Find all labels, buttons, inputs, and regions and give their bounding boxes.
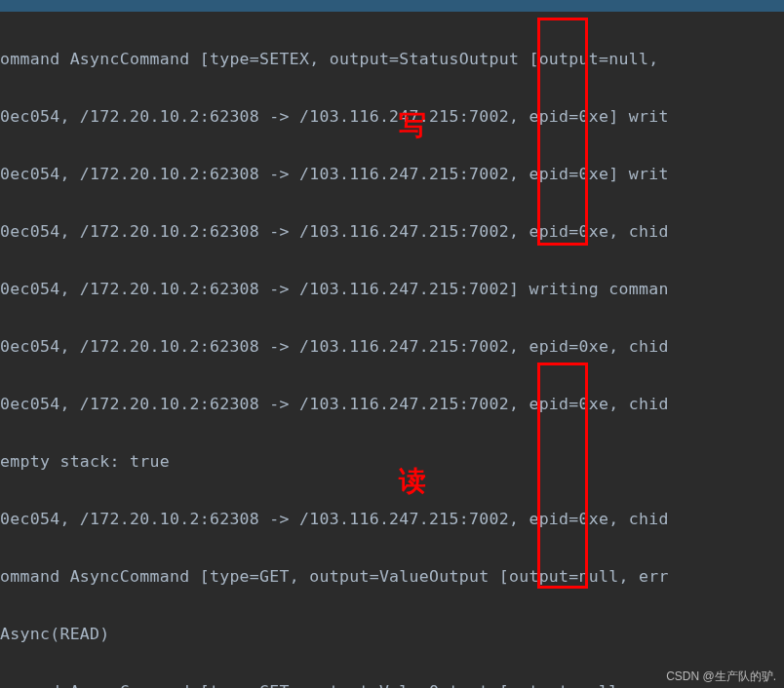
- log-line: 0ec054, /172.20.10.2:62308 -> /103.116.2…: [0, 390, 784, 419]
- log-line: empty stack: true: [0, 447, 784, 477]
- log-line: ommand AsyncCommand [type=SETEX, output=…: [0, 45, 784, 74]
- log-line: Async(READ): [0, 620, 784, 649]
- log-line: 0ec054, /172.20.10.2:62308 -> /103.116.2…: [0, 332, 784, 362]
- console-output: ommand AsyncCommand [type=SETEX, output=…: [0, 12, 784, 688]
- log-line: 0ec054, /172.20.10.2:62308 -> /103.116.2…: [0, 160, 784, 189]
- log-line: 0ec054, /172.20.10.2:62308 -> /103.116.2…: [0, 102, 784, 132]
- log-line: ommand AsyncCommand [type=GET, output=Va…: [0, 562, 784, 592]
- log-line: 0ec054, /172.20.10.2:62308 -> /103.116.2…: [0, 505, 784, 534]
- log-line: 0ec054, /172.20.10.2:62308 -> /103.116.2…: [0, 217, 784, 247]
- watermark: CSDN @生产队的驴.: [666, 669, 776, 685]
- title-bar: [0, 0, 784, 12]
- log-line: 0ec054, /172.20.10.2:62308 -> /103.116.2…: [0, 275, 784, 304]
